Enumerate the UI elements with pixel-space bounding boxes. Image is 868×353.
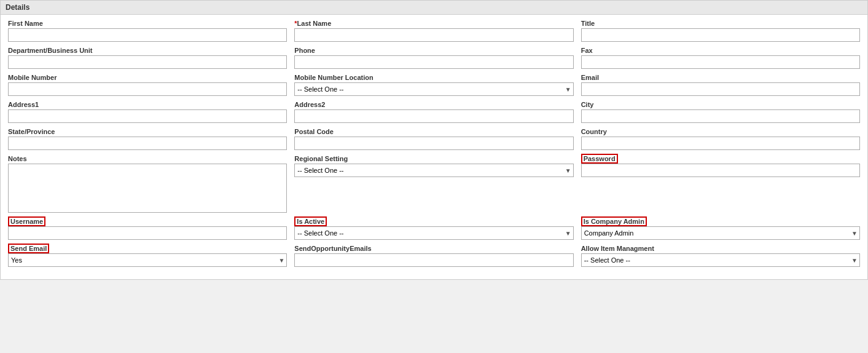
username-input[interactable]: [8, 226, 287, 240]
is-active-label-highlighted: Is Active: [294, 216, 327, 226]
city-input[interactable]: [581, 109, 860, 123]
col-state: State/Province: [8, 128, 287, 150]
col-address1: Address1: [8, 101, 287, 123]
first-name-input[interactable]: [8, 28, 287, 42]
col-first-name: First Name: [8, 20, 287, 42]
city-label: City: [581, 101, 860, 108]
col-city: City: [581, 101, 860, 123]
username-label-highlighted: Username: [8, 216, 45, 226]
col-is-company-admin: Is Company Admin -- Select One -- Compan…: [581, 218, 860, 240]
col-postal-code: Postal Code: [294, 128, 573, 150]
postal-code-input[interactable]: [294, 137, 573, 150]
col-is-active: Is Active -- Select One -- ▼: [294, 218, 573, 240]
address1-label: Address1: [8, 101, 287, 108]
notes-textarea[interactable]: [8, 164, 287, 213]
panel-title: Details: [6, 3, 29, 12]
country-input[interactable]: [581, 137, 860, 150]
col-notes: Notes: [8, 155, 287, 213]
send-opportunity-emails-label: SendOpportunityEmails: [294, 245, 573, 252]
row-1: First Name *Last Name Title: [8, 20, 860, 42]
department-input[interactable]: [8, 55, 287, 69]
send-email-select-wrapper: Yes ▼: [8, 253, 287, 267]
regional-setting-label: Regional Setting: [294, 155, 573, 162]
col-mobile-number: Mobile Number: [8, 74, 287, 96]
notes-label: Notes: [8, 155, 287, 162]
panel-body: First Name *Last Name Title Department/B…: [1, 15, 867, 279]
fax-label: Fax: [581, 47, 860, 54]
send-email-label: Send Email: [8, 245, 287, 252]
col-password: Password: [581, 155, 860, 213]
country-label: Country: [581, 128, 860, 135]
row-4: Address1 Address2 City: [8, 101, 860, 123]
mobile-location-select-wrapper: -- Select One -- ▼: [294, 82, 573, 96]
title-label: Title: [581, 20, 860, 27]
is-company-admin-label: Is Company Admin: [581, 218, 860, 225]
phone-label: Phone: [294, 47, 573, 54]
username-label: Username: [8, 218, 287, 225]
address1-input[interactable]: [8, 109, 287, 123]
row-5: State/Province Postal Code Country: [8, 128, 860, 150]
password-label: Password: [581, 155, 860, 162]
is-active-label: Is Active: [294, 218, 573, 225]
email-input[interactable]: [581, 82, 860, 96]
is-company-admin-label-highlighted: Is Company Admin: [581, 216, 647, 226]
is-company-admin-select-wrapper: -- Select One -- Company Admin ▼: [581, 226, 860, 240]
fax-input[interactable]: [581, 55, 860, 69]
password-input[interactable]: [581, 164, 860, 177]
col-title: Title: [581, 20, 860, 42]
col-regional-setting: Regional Setting -- Select One -- ▼: [294, 155, 573, 213]
col-address2: Address2: [294, 101, 573, 123]
col-fax: Fax: [581, 47, 860, 69]
panel-header: Details: [1, 1, 867, 15]
is-company-admin-select[interactable]: -- Select One -- Company Admin: [581, 226, 860, 240]
regional-setting-select[interactable]: -- Select One --: [294, 164, 573, 177]
mobile-number-label: Mobile Number: [8, 74, 287, 81]
send-email-label-highlighted: Send Email: [8, 244, 49, 253]
col-mobile-location: Mobile Number Location -- Select One -- …: [294, 74, 573, 96]
col-username: Username: [8, 218, 287, 240]
password-label-highlighted: Password: [581, 154, 618, 164]
mobile-location-select[interactable]: -- Select One --: [294, 82, 573, 96]
last-name-input[interactable]: [294, 28, 573, 42]
is-active-select[interactable]: -- Select One --: [294, 226, 573, 240]
row-6: Notes Regional Setting -- Select One -- …: [8, 155, 860, 213]
title-input[interactable]: [581, 28, 860, 42]
col-country: Country: [581, 128, 860, 150]
last-name-label: *Last Name: [294, 20, 573, 27]
state-input[interactable]: [8, 137, 287, 150]
allow-item-management-select[interactable]: -- Select One --: [581, 253, 860, 267]
row-3: Mobile Number Mobile Number Location -- …: [8, 74, 860, 96]
phone-input[interactable]: [294, 55, 573, 69]
email-label: Email: [581, 74, 860, 81]
state-label: State/Province: [8, 128, 287, 135]
mobile-location-label: Mobile Number Location: [294, 74, 573, 81]
send-email-select[interactable]: Yes: [8, 253, 287, 267]
col-department: Department/Business Unit: [8, 47, 287, 69]
col-last-name: *Last Name: [294, 20, 573, 42]
address2-label: Address2: [294, 101, 573, 108]
col-send-opportunity-emails: SendOpportunityEmails: [294, 245, 573, 267]
regional-setting-select-wrapper: -- Select One -- ▼: [294, 164, 573, 177]
col-email: Email: [581, 74, 860, 96]
allow-item-management-select-wrapper: -- Select One -- ▼: [581, 253, 860, 267]
send-opportunity-emails-input[interactable]: [294, 253, 573, 267]
col-phone: Phone: [294, 47, 573, 69]
col-allow-item-management: Allow Item Managment -- Select One -- ▼: [581, 245, 860, 267]
allow-item-management-label: Allow Item Managment: [581, 245, 860, 252]
postal-code-label: Postal Code: [294, 128, 573, 135]
is-active-select-wrapper: -- Select One -- ▼: [294, 226, 573, 240]
first-name-label: First Name: [8, 20, 287, 27]
row-2: Department/Business Unit Phone Fax: [8, 47, 860, 69]
row-8: Send Email Yes ▼ SendOpportunityEmails A…: [8, 245, 860, 267]
address2-input[interactable]: [294, 109, 573, 123]
mobile-number-input[interactable]: [8, 82, 287, 96]
details-panel: Details First Name *Last Name Title Dep: [0, 0, 868, 280]
row-7: Username Is Active -- Select One -- ▼ Is…: [8, 218, 860, 240]
col-send-email: Send Email Yes ▼: [8, 245, 287, 267]
department-label: Department/Business Unit: [8, 47, 287, 54]
